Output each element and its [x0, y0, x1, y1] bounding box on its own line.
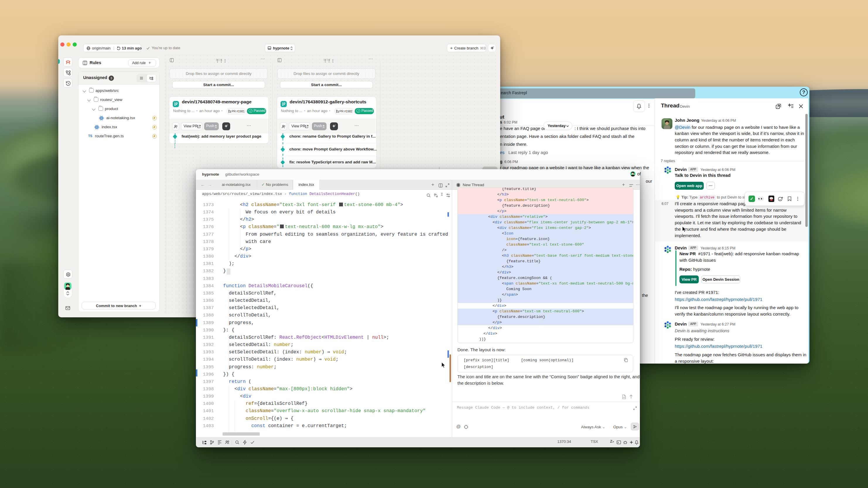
svg-text:MD: MD [623, 397, 625, 398]
